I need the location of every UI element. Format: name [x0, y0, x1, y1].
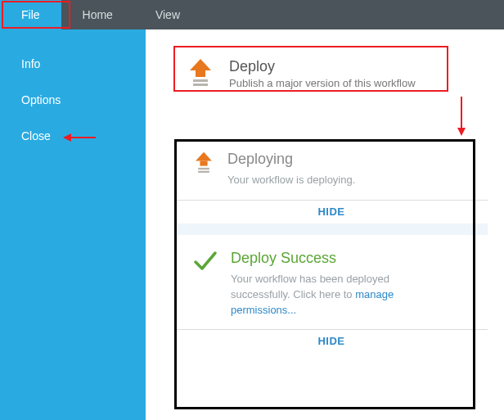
deploy-title: Deploy: [229, 58, 416, 75]
status-body: Your workflow has been deployed successf…: [231, 272, 427, 318]
tab-label: View: [155, 8, 180, 21]
upload-icon: [193, 151, 214, 177]
hide-label: HIDE: [317, 205, 344, 218]
file-sidebar: Info Options Close: [0, 29, 146, 420]
svg-rect-5: [200, 160, 207, 165]
status-title: Deploy Success: [231, 250, 427, 267]
svg-rect-3: [193, 84, 208, 86]
hide-button-deploying[interactable]: HIDE: [175, 200, 488, 224]
sidebar-item-options[interactable]: Options: [0, 82, 146, 118]
status-body: Your workflow is deploying.: [227, 173, 355, 188]
tab-file[interactable]: File: [0, 0, 61, 29]
card-separator: [175, 224, 488, 235]
status-title: Deploying: [227, 151, 355, 168]
sidebar-item-info[interactable]: Info: [0, 46, 146, 82]
checkmark-icon: [193, 250, 218, 276]
svg-rect-6: [198, 168, 209, 169]
upload-icon: [187, 57, 214, 90]
sidebar-item-label: Close: [21, 129, 51, 142]
tab-view[interactable]: View: [134, 0, 201, 29]
deploy-subtitle: Publish a major version of this workflow: [229, 77, 416, 89]
sidebar-item-label: Options: [21, 93, 61, 106]
top-tab-bar: File Home View: [0, 0, 504, 29]
status-card-deploying: Deploying Your workflow is deploying.: [175, 136, 488, 200]
svg-rect-2: [193, 79, 208, 82]
svg-rect-1: [196, 70, 205, 77]
svg-marker-0: [190, 59, 211, 70]
svg-rect-7: [198, 171, 209, 173]
deploy-status-panel: Deploying Your workflow is deploying. HI…: [175, 136, 488, 353]
deploy-command[interactable]: Deploy Publish a major version of this w…: [178, 51, 488, 97]
tab-home[interactable]: Home: [61, 0, 134, 29]
svg-marker-4: [196, 152, 212, 161]
sidebar-item-close[interactable]: Close: [0, 118, 146, 154]
tab-label: File: [21, 8, 40, 21]
file-page-content: Deploy Publish a major version of this w…: [146, 29, 504, 420]
hide-label: HIDE: [317, 335, 344, 347]
sidebar-item-label: Info: [21, 57, 40, 70]
hide-button-success[interactable]: HIDE: [175, 329, 488, 353]
status-card-success: Deploy Success Your workflow has been de…: [175, 235, 488, 330]
tab-label: Home: [83, 8, 113, 21]
